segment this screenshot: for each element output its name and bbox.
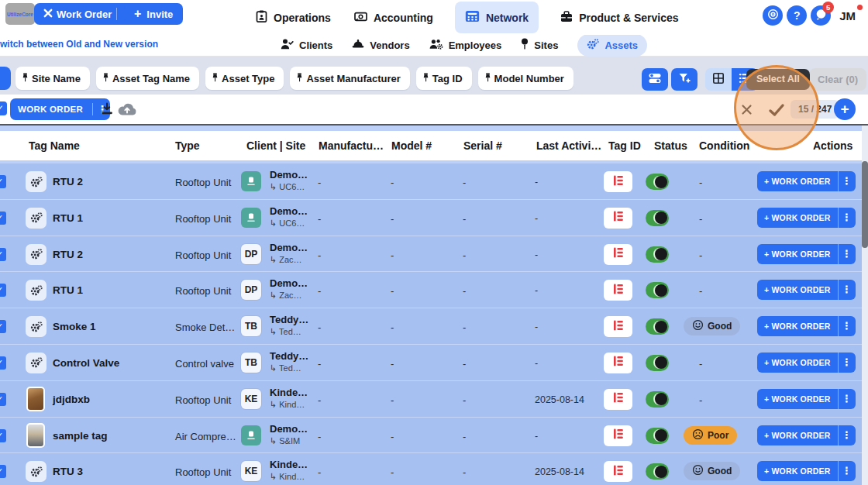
chat-button[interactable]: 5	[811, 5, 831, 26]
status-toggle[interactable]	[646, 428, 669, 444]
tag-id-button[interactable]	[604, 389, 632, 410]
status-toggle[interactable]	[646, 463, 669, 480]
filter-chip-asset-tag-name[interactable]: Asset Tag Name	[96, 67, 199, 90]
row-work-order-button[interactable]: + WORK ORDER ⋮	[757, 316, 856, 336]
row-checkbox[interactable]: ✓	[0, 248, 6, 261]
clear-filters-button[interactable]: Clear (0)	[809, 68, 866, 91]
tag-name-cell[interactable]: RTU 2	[53, 249, 83, 260]
close-icon[interactable]	[741, 104, 753, 119]
row-checkbox[interactable]: ✓	[0, 212, 6, 225]
tag-id-button[interactable]	[604, 208, 632, 229]
tag-name-cell[interactable]: RTU 2	[53, 176, 83, 187]
table-row[interactable]: ✓ RTU 1 Rooftop Unit Demo… ↳ UC6… - - - …	[0, 200, 862, 236]
work-order-button[interactable]: Work Order ⋮	[34, 3, 139, 25]
app-logo[interactable]: UtilizeCore	[5, 3, 35, 25]
table-row[interactable]: ✓ sample tag Air Compre… Demo… ↳ S&IM - …	[0, 418, 862, 454]
help-button[interactable]: ?	[787, 5, 807, 26]
tag-id-button[interactable]	[604, 171, 632, 192]
invite-button[interactable]: + Invite	[124, 3, 183, 25]
cloud-upload-icon[interactable]	[117, 102, 137, 119]
table-row[interactable]: ✓ Control Valve Control valve TB Teddy… …	[0, 345, 862, 381]
filter-chip-asset-manufacturer[interactable]: Asset Manufacturer	[290, 67, 409, 90]
tag-id-button[interactable]	[604, 353, 632, 373]
asset-photo[interactable]	[26, 387, 45, 411]
row-menu-icon[interactable]: ⋮	[838, 208, 856, 228]
row-work-order-button[interactable]: + WORK ORDER ⋮	[757, 280, 856, 300]
tag-id-button[interactable]	[604, 461, 632, 482]
row-menu-icon[interactable]: ⋮	[838, 280, 856, 300]
status-toggle[interactable]	[646, 210, 669, 226]
tag-name-cell[interactable]: Smoke 1	[53, 321, 96, 332]
row-work-order-button[interactable]: + WORK ORDER ⋮	[757, 461, 856, 481]
nav-item-operations[interactable]: Operations	[254, 2, 332, 33]
tag-id-button[interactable]	[604, 244, 632, 265]
row-checkbox[interactable]: ✓	[0, 465, 6, 478]
nav-item-network[interactable]: Network	[455, 2, 539, 33]
row-menu-icon[interactable]: ⋮	[838, 389, 856, 409]
status-toggle[interactable]	[646, 391, 669, 408]
nav-item-accounting[interactable]: Accounting	[353, 2, 435, 33]
add-filter-button[interactable]	[671, 68, 698, 91]
row-work-order-button[interactable]: + WORK ORDER ⋮	[757, 171, 856, 191]
table-row[interactable]: ✓ RTU 2 Rooftop Unit DP Demo… ↳ Zac… - -…	[0, 236, 862, 273]
status-toggle[interactable]	[646, 355, 669, 371]
row-work-order-button[interactable]: + WORK ORDER ⋮	[757, 244, 856, 264]
filter-chip-tag-id[interactable]: Tag ID	[416, 67, 472, 90]
row-checkbox[interactable]: ✓	[0, 356, 6, 370]
version-switch-link[interactable]: witch between Old and New version	[0, 39, 158, 50]
row-menu-icon[interactable]: ⋮	[838, 171, 856, 191]
user-avatar[interactable]: JM	[835, 6, 860, 26]
tab-vendors[interactable]: Vendors	[352, 39, 409, 51]
row-work-order-button[interactable]: + WORK ORDER ⋮	[757, 208, 856, 228]
row-work-order-button[interactable]: + WORK ORDER ⋮	[757, 425, 856, 445]
tag-name-cell[interactable]: sample tag	[53, 430, 108, 442]
row-checkbox[interactable]: ✓	[0, 393, 6, 406]
table-row[interactable]: ✓ Smoke 1 Smoke Det… TB Teddy… ↳ Ted… - …	[0, 308, 862, 345]
row-menu-icon[interactable]: ⋮	[838, 425, 856, 445]
table-row[interactable]: ✓ RTU 2 Rooftop Unit Demo… ↳ UC6… - - - …	[0, 163, 862, 200]
table-row[interactable]: ✓ jdjdbxb Rooftop Unit KE Kinde… ↳ Kind……	[0, 381, 862, 418]
tag-id-button[interactable]	[604, 316, 632, 337]
row-menu-icon[interactable]: ⋮	[838, 461, 856, 481]
filter-chip-model-number[interactable]: Model Number	[478, 67, 574, 90]
scrolled-filter-chip[interactable]	[0, 67, 11, 90]
row-work-order-button[interactable]: + WORK ORDER ⋮	[757, 353, 856, 373]
select-all-check-icon[interactable]	[768, 103, 785, 120]
status-toggle[interactable]	[646, 246, 669, 263]
row-menu-icon[interactable]: ⋮	[838, 353, 856, 373]
filter-chip-asset-type[interactable]: Asset Type	[205, 67, 284, 90]
table-row[interactable]: ✓ RTU 3 Rooftop Unit KE Kinde… ↳ Kind… -…	[0, 453, 862, 485]
tag-id-button[interactable]	[604, 425, 632, 446]
header-checkbox[interactable]: ✓	[0, 101, 7, 115]
status-toggle[interactable]	[646, 318, 669, 335]
filter-chip-site-name[interactable]: Site Name	[16, 67, 90, 90]
vertical-scrollbar[interactable]	[862, 126, 868, 485]
asset-photo[interactable]	[26, 423, 45, 448]
scrollbar-thumb[interactable]	[862, 161, 868, 248]
tag-name-cell[interactable]: jdjdbxb	[53, 394, 90, 405]
tab-sites[interactable]: Sites	[521, 38, 558, 52]
tag-name-cell[interactable]: RTU 1	[53, 284, 83, 296]
toggle-filters-button[interactable]	[642, 68, 668, 91]
target-button[interactable]	[763, 5, 783, 26]
bulk-work-order-button[interactable]: WORK ORDER ⋮	[10, 98, 110, 120]
row-checkbox[interactable]: ✓	[0, 429, 6, 442]
tag-name-cell[interactable]: RTU 1	[53, 212, 83, 224]
tag-name-cell[interactable]: RTU 3	[53, 466, 83, 477]
row-menu-icon[interactable]: ⋮	[838, 244, 856, 264]
status-toggle[interactable]	[646, 174, 669, 190]
nav-item-product-services[interactable]: Product & Services	[559, 2, 680, 33]
add-asset-button[interactable]: +	[834, 98, 856, 120]
row-work-order-button[interactable]: + WORK ORDER ⋮	[757, 389, 856, 409]
tag-name-cell[interactable]: Control Valve	[53, 357, 119, 369]
row-checkbox[interactable]: ✓	[0, 175, 6, 188]
table-row[interactable]: ✓ RTU 1 Rooftop Unit DP Demo… ↳ Zac… - -…	[0, 272, 862, 308]
row-checkbox[interactable]: ✓	[0, 320, 6, 333]
status-toggle[interactable]	[646, 282, 669, 298]
tab-assets[interactable]: Assets	[577, 34, 647, 57]
tag-id-button[interactable]	[604, 280, 632, 301]
row-menu-icon[interactable]: ⋮	[838, 316, 856, 336]
download-icon[interactable]	[101, 102, 113, 119]
row-checkbox[interactable]: ✓	[0, 284, 6, 297]
tab-clients[interactable]: Clients	[281, 39, 332, 52]
